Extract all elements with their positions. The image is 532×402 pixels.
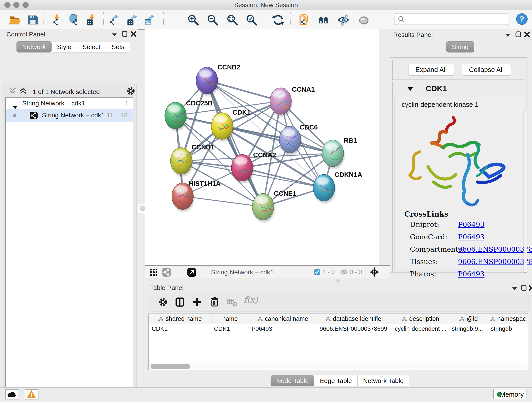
results-panel-float-icon[interactable] <box>515 31 521 38</box>
network-view-icon[interactable] <box>162 268 171 278</box>
zoom-fit-icon[interactable] <box>226 14 238 26</box>
network-node-CDKN1A[interactable] <box>313 174 336 203</box>
crosslink-label: Uniprot: <box>410 220 439 229</box>
results-panel-collapse-icon[interactable] <box>505 32 511 38</box>
crosslink-link[interactable]: 9606.ENSP00000378699 <box>458 245 532 253</box>
crosslink-link[interactable]: P06493 <box>458 233 485 241</box>
network-node-CCNE1[interactable] <box>252 193 275 222</box>
add-column-icon[interactable] <box>192 297 203 308</box>
tab-network[interactable]: Network <box>17 41 51 52</box>
share-document-icon[interactable] <box>298 14 310 26</box>
column-header-canonical-name[interactable]: canonical name <box>249 314 317 324</box>
table-settings-gear-icon[interactable] <box>158 297 169 308</box>
tree-icon <box>326 315 331 322</box>
column-header-name[interactable]: name <box>211 314 249 324</box>
zoom-in-icon[interactable] <box>187 14 199 26</box>
table-tabs: Node TableEdge TableNetwork Table <box>271 375 409 386</box>
crosslink-link[interactable]: 9606.ENSP00000378699 <box>458 258 532 266</box>
column-header-shared-name[interactable]: shared name <box>149 314 211 324</box>
network-node-RB1[interactable] <box>322 140 345 169</box>
network-node-CCNA2[interactable] <box>231 154 254 183</box>
import-network-file-icon[interactable] <box>51 14 63 26</box>
crosslink-link[interactable]: P06493 <box>458 270 485 278</box>
results-panel-close-icon[interactable] <box>524 31 530 38</box>
import-network-database-icon[interactable] <box>68 14 80 26</box>
control-panel-collapse-icon[interactable] <box>111 32 118 38</box>
table-panel-float-icon[interactable] <box>520 285 527 292</box>
table-panel-collapse-icon[interactable] <box>511 286 518 292</box>
tab-string[interactable]: String <box>446 41 474 52</box>
column-header-@id[interactable]: @id <box>449 314 488 324</box>
help-icon[interactable]: ? <box>516 13 528 26</box>
network-canvas[interactable]: CCNB2CCNA1CDC25BCDK1CDC6RB1CCNB1CCNA2CDK… <box>145 29 380 265</box>
hide-selected-icon[interactable] <box>337 14 349 26</box>
table-cell[interactable]: CDK1 <box>149 324 211 333</box>
network-row[interactable]: String Network – cdk1 11 48 <box>6 109 133 122</box>
tab-style[interactable]: Style <box>51 41 77 52</box>
table-cell[interactable]: cyclin-dependent ... <box>392 324 449 333</box>
column-header-database-identifier[interactable]: database identifier <box>317 314 392 324</box>
export-table-icon[interactable] <box>127 14 138 26</box>
network-options-gear-icon[interactable] <box>126 86 136 97</box>
table-cell[interactable]: stringdb:9... <box>449 324 488 333</box>
crosslink-link[interactable]: P06493 <box>458 220 485 229</box>
table-hscrollbar-thumb[interactable] <box>151 364 190 369</box>
delete-column-icon[interactable] <box>209 297 220 308</box>
network-collection-row[interactable]: String Network – cdk1 1 <box>6 98 133 109</box>
string-home-icon[interactable] <box>317 14 329 26</box>
select-columns-icon[interactable] <box>175 297 186 308</box>
network-edge[interactable] <box>183 196 263 207</box>
results-scrollbar[interactable] <box>524 110 527 273</box>
network-node-CDK1[interactable] <box>211 113 234 142</box>
memory-button[interactable]: Memory <box>493 389 527 399</box>
control-panel-float-icon[interactable] <box>121 31 128 38</box>
tab-edge-table[interactable]: Edge Table <box>314 375 358 386</box>
selected-checkbox-icon[interactable] <box>314 269 320 276</box>
tab-network-table[interactable]: Network Table <box>358 375 409 386</box>
network-node-CCNB2[interactable] <box>196 67 219 96</box>
collapse-all-button[interactable]: Collapse All <box>462 64 511 76</box>
control-panel-title: Control Panel <box>6 31 45 38</box>
column-label: namespac <box>497 315 526 322</box>
expand-all-button[interactable]: Expand All <box>408 64 454 76</box>
control-panel-close-icon[interactable] <box>130 31 137 38</box>
network-edge[interactable] <box>207 80 263 207</box>
network-type-icon <box>30 111 38 124</box>
grid-view-icon[interactable] <box>150 268 158 277</box>
toolbar-separator <box>290 12 291 27</box>
export-image-icon[interactable] <box>144 14 156 26</box>
save-session-icon[interactable] <box>27 14 39 26</box>
network-node-CDC6[interactable] <box>279 126 302 155</box>
column-header-description[interactable]: description <box>392 314 449 324</box>
table-cell[interactable]: 9606.ENSP00000378699 <box>317 324 392 333</box>
fit-crosshair-icon[interactable] <box>370 267 379 278</box>
network-node-CCNB1[interactable] <box>171 148 193 177</box>
table-cell[interactable]: CDK1 <box>211 324 249 333</box>
tab-node-table[interactable]: Node Table <box>271 375 314 386</box>
zoom-out-icon[interactable] <box>207 14 219 26</box>
column-header-namespac[interactable]: namespac <box>488 314 528 324</box>
show-hidden-icon[interactable] <box>358 14 370 26</box>
table-cell[interactable]: stringdb <box>488 324 528 333</box>
cloud-button[interactable] <box>5 389 19 400</box>
export-network-icon[interactable] <box>108 14 120 26</box>
table-panel: Table Panel f(x) shared namenamecanonica… <box>146 282 532 387</box>
tab-select[interactable]: Select <box>77 41 106 52</box>
warning-button[interactable] <box>25 389 38 400</box>
node-label-HIST1H1A: HIST1H1A <box>189 180 221 187</box>
zoom-selected-icon[interactable] <box>246 14 258 26</box>
selected-count-badge: 1 - 0 <box>322 269 335 276</box>
tab-sets[interactable]: Sets <box>106 41 130 52</box>
table-panel-close-icon[interactable] <box>528 285 532 292</box>
detach-view-icon[interactable] <box>187 268 196 278</box>
table-cell[interactable]: P06493 <box>249 324 317 333</box>
memory-status-dot <box>497 392 501 397</box>
refresh-icon[interactable] <box>272 14 284 26</box>
crosslink-row: Compartments: 9606.ENSP00000378699 <box>410 245 518 258</box>
import-table-icon[interactable] <box>86 14 98 26</box>
open-session-icon[interactable] <box>8 14 20 26</box>
gene-collapse-icon[interactable] <box>407 86 414 92</box>
search-input[interactable] <box>407 14 506 23</box>
crosslink-row: Tissues: 9606.ENSP00000378699 <box>410 258 518 270</box>
toolbar-separator <box>44 12 44 27</box>
